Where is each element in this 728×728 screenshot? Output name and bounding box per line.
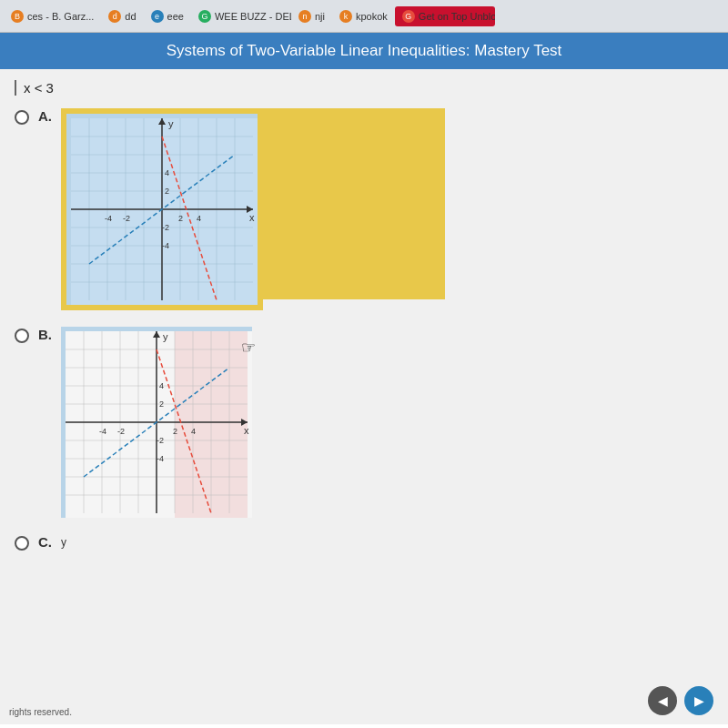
tab-favicon-ces: B [11, 10, 24, 23]
tab-favicon-get: G [402, 10, 415, 23]
option-c: C. y [15, 534, 713, 551]
svg-text:-4: -4 [105, 214, 112, 223]
svg-text:-2: -2 [123, 214, 130, 223]
graph-b: x y -4 -2 2 4 4 2 -2 -4 [61, 327, 252, 518]
browser-tabs: B ces - B. Garz... d dd e eee G WEE BUZZ… [0, 0, 728, 33]
svg-text:x: x [244, 425, 249, 436]
svg-text:x: x [249, 212, 255, 223]
svg-text:2: 2 [173, 427, 177, 436]
nav-buttons: ◀ ▶ [648, 686, 713, 715]
page-title: Systems of Two-Variable Linear Inequalit… [167, 42, 562, 59]
inequality-label: x < 3 [15, 80, 713, 96]
svg-text:-4: -4 [157, 454, 164, 463]
tab-dd[interactable]: d dd [101, 6, 143, 26]
svg-text:-2: -2 [117, 427, 125, 436]
option-a: A. [15, 108, 713, 310]
tab-ces[interactable]: B ces - B. Garz... [4, 6, 101, 26]
rights-reserved: rights reserved. [9, 707, 72, 717]
tab-eee[interactable]: e eee [144, 6, 191, 26]
svg-text:-4: -4 [99, 427, 106, 436]
forward-button[interactable]: ▶ [684, 686, 713, 715]
svg-text:4: 4 [191, 427, 196, 436]
option-b: B. [15, 327, 713, 518]
svg-text:4: 4 [165, 168, 169, 177]
tab-kpokok[interactable]: k kpokok [332, 6, 395, 26]
svg-text:4: 4 [197, 214, 201, 223]
tab-favicon-wee: G [198, 10, 211, 23]
option-a-label: A. [38, 108, 52, 124]
tab-nji[interactable]: n nji [291, 6, 332, 26]
tab-get-on-top[interactable]: G Get on Top Unblock... [395, 6, 495, 26]
option-b-label: B. [38, 327, 52, 342]
svg-rect-0 [71, 118, 258, 305]
graph-a: x y -4 -2 2 4 4 2 -2 -4 [66, 114, 258, 305]
graph-a-wrapper: x y -4 -2 2 4 4 2 -2 -4 [61, 108, 263, 310]
radio-c[interactable] [15, 536, 29, 551]
radio-b[interactable] [15, 329, 29, 343]
svg-text:-4: -4 [162, 241, 169, 250]
tab-favicon-nji: n [298, 10, 311, 23]
page-header: Systems of Two-Variable Linear Inequalit… [0, 33, 728, 69]
svg-text:y: y [163, 331, 168, 342]
svg-text:-2: -2 [162, 223, 169, 232]
graph-a-yellow-area [263, 108, 445, 299]
radio-a[interactable] [15, 110, 29, 125]
svg-text:-2: -2 [157, 436, 164, 445]
svg-text:4: 4 [159, 381, 164, 390]
option-c-graph-label: y [61, 536, 66, 549]
tab-wee-buzz[interactable]: G WEE BUZZ - DELICI... [191, 6, 291, 26]
svg-text:2: 2 [178, 214, 183, 223]
option-c-label: C. [38, 534, 52, 550]
tab-favicon-dd: d [108, 10, 121, 23]
graph-b-wrapper: x y -4 -2 2 4 4 2 -2 -4 [61, 327, 252, 518]
svg-text:2: 2 [165, 187, 169, 196]
svg-text:2: 2 [159, 399, 164, 409]
main-content: x < 3 A. [0, 69, 728, 724]
tab-favicon-kpokok: k [339, 10, 352, 23]
back-button[interactable]: ◀ [648, 686, 677, 715]
svg-text:y: y [168, 118, 174, 129]
tab-favicon-eee: e [151, 10, 164, 23]
